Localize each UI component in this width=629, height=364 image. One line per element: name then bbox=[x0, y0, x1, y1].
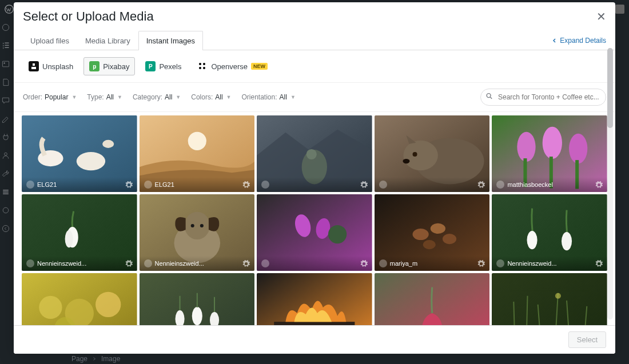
gear-icon[interactable] bbox=[242, 260, 250, 267]
image-card[interactable] bbox=[375, 273, 490, 325]
image-card[interactable]: matthiasboeckel bbox=[492, 115, 607, 192]
svg-point-52 bbox=[431, 223, 445, 234]
chevron-right-icon bbox=[92, 357, 97, 361]
gear-icon[interactable] bbox=[242, 181, 250, 189]
media-tabs: Upload filesMedia LibraryInstant Images … bbox=[14, 31, 615, 50]
search-icon bbox=[485, 93, 493, 102]
generic-icon[interactable] bbox=[1, 206, 10, 215]
avatar bbox=[615, 5, 624, 14]
gear-icon[interactable] bbox=[595, 181, 603, 189]
tab-upload-files[interactable]: Upload files bbox=[22, 31, 77, 50]
tools-icon[interactable] bbox=[1, 169, 10, 178]
svg-point-14 bbox=[199, 67, 201, 69]
select-button[interactable]: Select bbox=[568, 331, 606, 348]
image-card[interactable] bbox=[492, 273, 607, 325]
collapse-icon[interactable] bbox=[1, 224, 10, 233]
image-author: Nennieinszweid... bbox=[155, 260, 204, 267]
filter-orientation[interactable]: Orientation: All▼ bbox=[242, 93, 296, 101]
image-card[interactable] bbox=[375, 115, 490, 192]
image-gallery: ELG21ELG21matthiasboeckelNennieinszweid.… bbox=[14, 112, 615, 325]
svg-point-56 bbox=[527, 231, 538, 249]
image-card[interactable]: Nennieinszweid... bbox=[22, 194, 137, 271]
chevron-left-icon bbox=[552, 38, 558, 43]
gear-icon[interactable] bbox=[477, 260, 485, 267]
gear-icon[interactable] bbox=[595, 260, 603, 267]
gear-icon[interactable] bbox=[125, 181, 133, 189]
image-author: ELG21 bbox=[155, 181, 174, 188]
search-input[interactable] bbox=[480, 89, 606, 106]
image-card[interactable]: Nennieinszweid... bbox=[492, 194, 607, 271]
users-icon[interactable] bbox=[1, 151, 10, 160]
comments-menu-icon[interactable] bbox=[1, 96, 10, 105]
svg-point-44 bbox=[190, 224, 194, 227]
image-card[interactable]: ELG21 bbox=[22, 115, 137, 192]
gear-icon[interactable] bbox=[125, 260, 133, 267]
image-card[interactable]: mariya_m bbox=[375, 194, 490, 271]
image-author: matthiasboeckel bbox=[507, 181, 553, 188]
svg-point-30 bbox=[403, 159, 409, 163]
svg-point-22 bbox=[188, 132, 206, 150]
svg-point-61 bbox=[95, 292, 121, 317]
svg-point-0 bbox=[5, 5, 13, 13]
svg-rect-5 bbox=[3, 190, 9, 191]
svg-point-59 bbox=[39, 296, 62, 319]
filter-category[interactable]: Category: All▼ bbox=[133, 93, 181, 101]
filter-bar: Order: Popular▼Type: All▼Category: All▼C… bbox=[14, 83, 615, 112]
filter-colors[interactable]: Colors: All▼ bbox=[191, 93, 231, 101]
tab-media-library[interactable]: Media Library bbox=[77, 31, 138, 50]
provider-openverse[interactable]: OpenverseNew bbox=[192, 57, 273, 75]
posts-icon[interactable] bbox=[1, 41, 10, 50]
image-author: mariya_m bbox=[390, 260, 417, 267]
settings-icon[interactable] bbox=[1, 187, 10, 197]
image-card[interactable] bbox=[257, 194, 372, 271]
svg-point-25 bbox=[306, 149, 317, 159]
image-card[interactable] bbox=[140, 273, 255, 325]
expand-details-link[interactable]: Expand Details bbox=[552, 37, 606, 45]
svg-point-29 bbox=[412, 152, 417, 157]
svg-point-16 bbox=[487, 94, 491, 98]
plugins-icon[interactable] bbox=[1, 133, 10, 142]
image-card[interactable]: ELG21 bbox=[140, 115, 255, 192]
svg-point-20 bbox=[102, 140, 114, 148]
provider-pexels[interactable]: PPexels bbox=[140, 57, 187, 75]
image-card[interactable] bbox=[257, 273, 372, 325]
svg-rect-10 bbox=[31, 67, 36, 69]
modal-title: Select or Upload Media bbox=[23, 9, 154, 24]
filter-type[interactable]: Type: All▼ bbox=[87, 93, 122, 101]
svg-rect-6 bbox=[3, 191, 9, 193]
media-icon[interactable] bbox=[1, 59, 10, 69]
gear-icon[interactable] bbox=[360, 181, 368, 189]
image-author: Nennieinszweid... bbox=[507, 260, 556, 267]
svg-point-4 bbox=[5, 153, 7, 155]
svg-point-51 bbox=[412, 229, 428, 240]
svg-rect-2 bbox=[2, 61, 9, 67]
provider-unsplash[interactable]: Unsplash bbox=[23, 57, 79, 75]
svg-point-65 bbox=[192, 307, 202, 325]
svg-point-40 bbox=[65, 230, 73, 247]
image-card[interactable]: ChiemSeherin bbox=[22, 273, 137, 325]
svg-rect-11 bbox=[33, 63, 35, 66]
appearance-icon[interactable] bbox=[1, 114, 10, 123]
svg-point-57 bbox=[562, 232, 572, 250]
gear-icon[interactable] bbox=[477, 181, 485, 189]
wp-logo-icon[interactable] bbox=[5, 5, 14, 14]
svg-point-45 bbox=[200, 224, 203, 227]
scrollbar[interactable] bbox=[607, 48, 613, 319]
image-card[interactable] bbox=[257, 115, 372, 192]
image-author: Nennieinszweid... bbox=[37, 260, 86, 267]
image-card[interactable]: Nennieinszweid... bbox=[140, 194, 255, 271]
svg-point-15 bbox=[203, 67, 205, 69]
image-author: ELG21 bbox=[37, 181, 57, 188]
gear-icon[interactable] bbox=[360, 260, 368, 267]
svg-point-8 bbox=[3, 207, 9, 213]
close-icon[interactable]: ✕ bbox=[596, 10, 606, 23]
provider-pixabay[interactable]: pPixabay bbox=[83, 57, 135, 75]
admin-menu-collapsed bbox=[0, 18, 11, 364]
tab-instant-images[interactable]: Instant Images bbox=[138, 31, 203, 50]
svg-point-3 bbox=[3, 62, 5, 63]
svg-rect-7 bbox=[3, 193, 9, 194]
dashboard-icon[interactable] bbox=[1, 23, 10, 32]
pages-icon[interactable] bbox=[1, 78, 10, 87]
svg-point-34 bbox=[569, 134, 587, 163]
filter-order[interactable]: Order: Popular▼ bbox=[23, 93, 77, 101]
